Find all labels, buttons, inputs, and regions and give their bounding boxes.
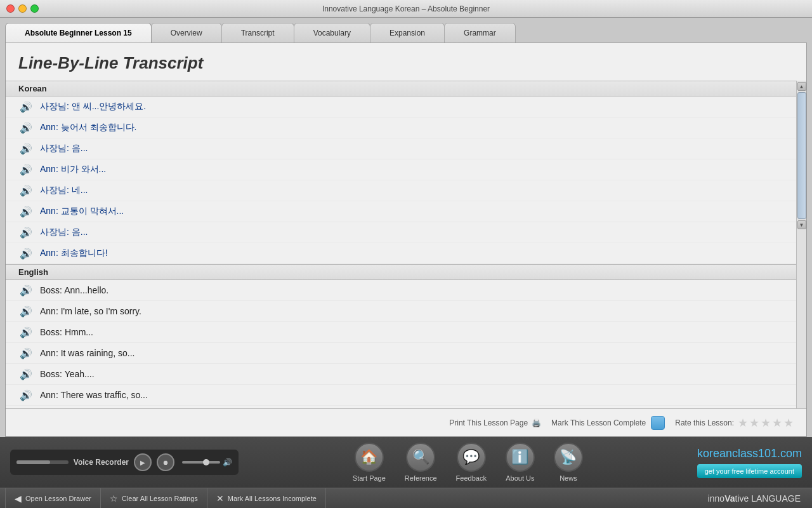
window-controls [6, 4, 39, 13]
audio-button-k5[interactable]: 🔊 [18, 184, 34, 197]
audio-button-e2[interactable]: 🔊 [18, 305, 34, 318]
table-row: 🔊 Boss: Ann...hello. [6, 280, 796, 301]
open-lesson-drawer-button[interactable]: ◀ Open Lesson Drawer [5, 488, 101, 508]
table-row: 🔊 사장님: 음... [6, 138, 796, 159]
english-line-1: Boss: Ann...hello. [40, 285, 108, 295]
speaker-icon: 🔊 [20, 122, 32, 134]
volume-control: 🔊 [182, 458, 232, 467]
speaker-icon: 🔊 [20, 227, 32, 239]
volume-thumb[interactable] [203, 459, 209, 465]
korean-line-5: 사장님: 네... [40, 185, 88, 196]
progress-fill [16, 460, 50, 464]
scroll-up-button[interactable]: ▲ [797, 82, 806, 91]
status-bar-brand: innoVative LANGUAGE [708, 493, 807, 504]
title-bar: Innovative Language Korean – Absolute Be… [0, 0, 812, 18]
transcript-content: Korean 🔊 사장님: 앤 씨...안녕하세요. 🔊 Ann: 늦어서 최송… [6, 81, 796, 408]
scroll-down-button[interactable]: ▼ [797, 220, 806, 229]
audio-button-k4[interactable]: 🔊 [18, 163, 34, 176]
speaker-icon: 🔊 [20, 185, 32, 197]
brand-section: koreanclass101.com get your free lifetim… [697, 447, 802, 478]
speaker-icon: 🔊 [20, 284, 32, 297]
tab-expansion[interactable]: Expansion [370, 23, 445, 43]
minimize-button[interactable] [18, 4, 27, 13]
tab-transcript[interactable]: Transcript [221, 23, 294, 43]
korean-line-7: 사장님: 음... [40, 227, 88, 238]
audio-button-e1[interactable]: 🔊 [18, 284, 34, 297]
complete-checkbox[interactable] [651, 416, 665, 430]
speaker-icon: 🔊 [20, 368, 32, 380]
tab-overview[interactable]: Overview [151, 23, 222, 43]
english-line-4: Ann: It was raining, so... [40, 348, 134, 358]
nav-item-feedback[interactable]: 💬 Feedback [456, 443, 487, 482]
nav-item-news[interactable]: 📡 News [554, 443, 583, 482]
feedback-icon: 💬 [457, 443, 486, 472]
voice-recorder: Voice Recorder ▶ ⏺ 🔊 [10, 450, 239, 475]
audio-button-k3[interactable]: 🔊 [18, 142, 34, 155]
brand-name: koreanclass101.com [697, 447, 802, 460]
star-rating[interactable]: ★ ★ ★ ★ ★ [738, 416, 794, 430]
rate-label: Rate this Lesson: [675, 418, 734, 427]
back-icon: ◀ [15, 493, 22, 504]
audio-button-e3[interactable]: 🔊 [18, 326, 34, 338]
scroll-thumb[interactable] [797, 92, 806, 219]
news-icon: 📡 [554, 443, 583, 472]
star-4[interactable]: ★ [772, 416, 782, 430]
nav-item-start-page[interactable]: 🏠 Start Page [353, 443, 386, 482]
open-lesson-drawer-label: Open Lesson Drawer [25, 495, 91, 502]
tab-lesson[interactable]: Absolute Beginner Lesson 15 [5, 23, 152, 43]
table-row: 🔊 Ann: 늦어서 최송합니다. [6, 117, 796, 138]
scrollbar[interactable]: ▲ ▼ [796, 81, 806, 408]
tab-grammar[interactable]: Grammar [444, 23, 516, 43]
status-bar: ◀ Open Lesson Drawer ☆ Clear All Lesson … [0, 488, 812, 508]
korean-line-1: 사장님: 앤 씨...안녕하세요. [40, 101, 146, 112]
audio-button-k6[interactable]: 🔊 [18, 205, 34, 218]
clear-ratings-button[interactable]: ☆ Clear All Lesson Ratings [101, 488, 207, 508]
nav-icons: 🏠 Start Page 🔍 Reference 💬 Feedback ℹ️ A… [239, 443, 697, 482]
reference-icon: 🔍 [406, 443, 435, 472]
volume-slider[interactable] [182, 461, 220, 464]
english-line-6: Ann: There was traffic, so... [40, 390, 148, 400]
rate-section: Rate this Lesson: ★ ★ ★ ★ ★ [675, 416, 794, 430]
speaker-icon: 🔊 [20, 248, 32, 260]
korean-line-4: Ann: 비가 와서... [40, 164, 106, 175]
tab-bar: Absolute Beginner Lesson 15 Overview Tra… [0, 18, 812, 43]
audio-button-e5[interactable]: 🔊 [18, 368, 34, 380]
nav-label-about-us: About Us [506, 474, 534, 482]
printer-icon: 🖨️ [532, 418, 541, 427]
audio-button-e6[interactable]: 🔊 [18, 389, 34, 401]
audio-button-e4[interactable]: 🔊 [18, 347, 34, 359]
print-button[interactable]: Print This Lesson Page 🖨️ [449, 418, 541, 427]
content-panel: Line-By-Line Transcript Korean 🔊 사장님: 앤 … [5, 43, 807, 437]
clear-ratings-label: Clear All Lesson Ratings [122, 495, 198, 502]
audio-button-k2[interactable]: 🔊 [18, 121, 34, 134]
nav-label-news: News [560, 474, 577, 482]
maximize-button[interactable] [30, 4, 39, 13]
mark-all-incomplete-button[interactable]: ✕ Mark All Lessons Incomplete [207, 488, 326, 508]
table-row: 🔊 사장님: 네... [6, 180, 796, 201]
mark-complete-button[interactable]: Mark This Lesson Complete [551, 416, 665, 430]
print-label: Print This Lesson Page [449, 418, 528, 427]
bottom-bar: Print This Lesson Page 🖨️ Mark This Less… [6, 408, 806, 436]
table-row: 🔊 Ann: 비가 와서... [6, 159, 796, 180]
speaker-icon: 🔊 [20, 164, 32, 176]
nav-item-reference[interactable]: 🔍 Reference [405, 443, 437, 482]
speaker-icon: 🔊 [20, 347, 32, 359]
record-button[interactable]: ⏺ [157, 453, 174, 471]
audio-button-k7[interactable]: 🔊 [18, 226, 34, 239]
nav-item-about-us[interactable]: ℹ️ About Us [506, 443, 535, 482]
main-window: Absolute Beginner Lesson 15 Overview Tra… [0, 18, 812, 437]
star-3[interactable]: ★ [761, 416, 771, 430]
tab-vocabulary[interactable]: Vocabulary [294, 23, 370, 43]
star-1[interactable]: ★ [738, 416, 748, 430]
star-2[interactable]: ★ [749, 416, 759, 430]
star-5[interactable]: ★ [783, 416, 794, 430]
audio-button-k1[interactable]: 🔊 [18, 100, 34, 113]
play-button[interactable]: ▶ [134, 453, 152, 471]
transcript-area: Korean 🔊 사장님: 앤 씨...안녕하세요. 🔊 Ann: 늦어서 최송… [6, 81, 806, 408]
home-icon: 🏠 [355, 443, 384, 472]
english-section-header: English [6, 264, 796, 280]
free-account-button[interactable]: get your free lifetime account [697, 464, 802, 478]
audio-button-k8[interactable]: 🔊 [18, 247, 34, 260]
table-row: 🔊 Boss: Hmm... [6, 406, 796, 408]
close-button[interactable] [6, 4, 15, 13]
